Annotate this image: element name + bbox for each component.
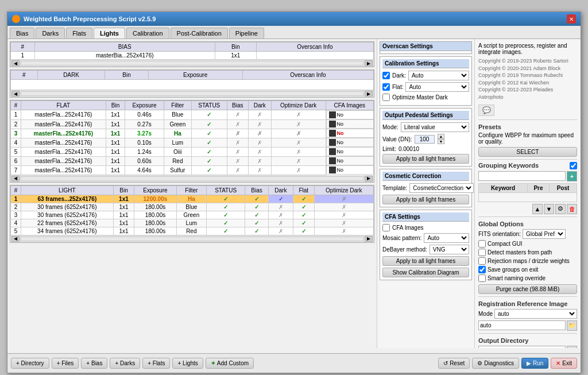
flat-row-2[interactable]: 2masterFla...252x4176)1x10.27sGreen ✓ ✗ …: [11, 119, 374, 129]
template-select[interactable]: CosmeticCorrection: [409, 183, 474, 193]
scroll-track[interactable]: [21, 61, 363, 65]
cfa-images-checkbox[interactable]: [382, 224, 390, 231]
lights-btn[interactable]: + Lights: [172, 358, 203, 369]
flat-scroll-track[interactable]: [21, 176, 363, 181]
bias-scrollbar[interactable]: ◀ ▶: [10, 60, 374, 67]
flat-row-1[interactable]: 1masterFla...252x4176)1x10.46sBlue ✓ ✗ ✗…: [11, 110, 374, 120]
output-browse-btn[interactable]: 📁: [567, 346, 577, 348]
bias-overscan: [256, 52, 373, 60]
value-input[interactable]: [415, 135, 435, 144]
bias-row[interactable]: 1 masterBia...252x4176) 1x1: [11, 52, 374, 60]
flat-row-3-selected[interactable]: 3masterFla...252x4176)1x13.27sHa ✓ ✗ ✗ ✗…: [11, 129, 374, 138]
directory-btn[interactable]: + Directory: [11, 358, 49, 369]
show-diagram-btn[interactable]: Show Calibration Diagram: [382, 268, 469, 277]
cosmetic-apply-btn[interactable]: Apply to all light frames: [382, 195, 469, 204]
flat-row-4[interactable]: 4masterFla...252x4176)1x10.10sLum ✓ ✗ ✗ …: [11, 138, 374, 147]
light-row-5[interactable]: 534 frames (6252x4176)1x1180.00sRed ✓ ✓ …: [11, 227, 374, 235]
tab-calibration[interactable]: Calibration: [126, 28, 169, 38]
chat-icon-button[interactable]: 💬: [478, 105, 494, 116]
flat-scroll-left[interactable]: ◀: [11, 176, 20, 181]
bias-btn[interactable]: + Bias: [81, 358, 107, 369]
mosaic-select[interactable]: Auto: [424, 233, 469, 243]
reg-auto-row: 📁: [478, 320, 577, 331]
debayer-select[interactable]: VNG: [430, 245, 469, 254]
light-scroll-left[interactable]: ◀: [11, 236, 20, 242]
flat-row-6[interactable]: 6masterFla...252x4176)1x10.60sRed ✓ ✗ ✗ …: [11, 156, 374, 165]
select-button[interactable]: SELECT: [478, 147, 577, 157]
dark-scroll-left[interactable]: ◀: [11, 91, 20, 96]
flat-row-5[interactable]: 5masterFla...252x4176)1x11.24sOiii ✓ ✗ ✗…: [11, 147, 374, 156]
reg-auto-input[interactable]: [478, 320, 566, 330]
fits-select[interactable]: Global Pref: [523, 229, 566, 239]
keyword-delete-btn[interactable]: 🗑: [567, 204, 577, 214]
reg-browse-btn[interactable]: 📁: [567, 320, 577, 331]
output-dir-title: Output Directory: [478, 337, 577, 344]
darks-btn[interactable]: + Darks: [110, 358, 140, 369]
spin-down[interactable]: ▼: [438, 139, 445, 144]
keyword-gear-btn[interactable]: ⚙: [555, 204, 566, 214]
reset-btn[interactable]: ↺ Reset: [438, 358, 470, 369]
dark-select[interactable]: Auto: [408, 71, 469, 80]
compact-gui-checkbox[interactable]: [478, 240, 486, 248]
title-bar-left: Weighted Batch Preprocessing Script v2.5…: [12, 15, 156, 23]
optimize-checkbox[interactable]: [382, 94, 390, 101]
keyword-down-btn[interactable]: ▼: [544, 204, 554, 214]
optimize-row: Optimize Master Dark: [382, 94, 469, 101]
diagnostics-btn[interactable]: ⚙ Diagnostics: [472, 358, 519, 369]
tab-bias[interactable]: Bias: [10, 28, 34, 38]
smart-naming-checkbox[interactable]: [478, 275, 486, 282]
tab-pipeline[interactable]: Pipeline: [229, 28, 264, 38]
light-col-name: LIGHT: [21, 185, 114, 195]
flats-btn[interactable]: + Flats: [142, 358, 170, 369]
light-scroll-track[interactable]: [21, 237, 363, 241]
light-row-1-selected[interactable]: 163 frames...252x4176)1x1 1200.00s Ha ✓ …: [11, 195, 374, 203]
grouping-checkbox[interactable]: [570, 162, 577, 169]
save-groups-checkbox[interactable]: [478, 266, 486, 273]
cosmetic-title: Cosmetic Correction: [382, 172, 469, 181]
flat-scroll-right[interactable]: ▶: [365, 176, 373, 181]
bias-table-container: # BIAS Bin Overscan Info 1 masterBia...2…: [10, 41, 374, 67]
cosmetic-section: Cosmetic Correction Template: CosmeticCo…: [380, 169, 472, 207]
dark-table-container: # DARK Bin Exposure Overscan Info ◀: [10, 69, 374, 98]
cfa-apply-btn[interactable]: Apply to all light frames: [382, 256, 469, 266]
light-row-4[interactable]: 422 frames (6252x4176)1x1180.00sLum ✓ ✓ …: [11, 219, 374, 227]
flat-checkbox[interactable]: [382, 83, 390, 91]
dark-scrollbar[interactable]: ◀ ▶: [10, 90, 374, 97]
light-scrollbar[interactable]: ◀ ▶: [10, 235, 374, 242]
tab-lights[interactable]: Lights: [94, 28, 125, 38]
files-btn[interactable]: + Files: [52, 358, 79, 369]
tab-post-calibration[interactable]: Post-Calibration: [171, 28, 228, 38]
flat-select[interactable]: Auto: [405, 82, 469, 92]
scroll-right[interactable]: ▶: [365, 60, 373, 66]
dark-checkbox[interactable]: [382, 72, 390, 79]
output-dir-input[interactable]: [478, 346, 566, 348]
light-row-2[interactable]: 230 frames (6252x4176)1x1180.00sBlue ✓ ✓…: [11, 203, 374, 211]
add-custom-btn[interactable]: ✦ Add Custom: [206, 358, 254, 369]
spin-up[interactable]: ▲: [438, 134, 445, 139]
window-title: Weighted Batch Preprocessing Script v2.5…: [24, 16, 156, 22]
mode-select[interactable]: Literal value: [401, 122, 469, 132]
light-row-3[interactable]: 330 frames (6252x4176)1x1180.00sGreen ✓ …: [11, 211, 374, 219]
rejection-maps-checkbox[interactable]: [478, 257, 486, 265]
scroll-left[interactable]: ◀: [11, 60, 20, 66]
pedestal-apply-btn[interactable]: Apply to all light frames: [382, 154, 469, 164]
reg-mode-select[interactable]: auto: [494, 309, 577, 319]
keyword-up-btn[interactable]: ▲: [532, 204, 543, 214]
tab-flats[interactable]: Flats: [66, 28, 92, 38]
detect-masters-checkbox[interactable]: [478, 249, 486, 256]
flat-scrollbar[interactable]: ◀ ▶: [10, 175, 374, 182]
optdark-cross: ✗: [296, 111, 301, 118]
run-btn[interactable]: ▶ Run: [521, 358, 548, 369]
dark-scroll-right[interactable]: ▶: [365, 91, 373, 96]
add-keyword-btn[interactable]: +: [567, 171, 577, 181]
divider-3: [478, 217, 577, 217]
light-scroll-right[interactable]: ▶: [365, 236, 373, 242]
keyword-input[interactable]: [478, 171, 566, 181]
tab-darks[interactable]: Darks: [36, 28, 65, 38]
purge-cache-btn[interactable]: Purge cache (98.88 MiB): [478, 284, 577, 294]
close-button[interactable]: ✕: [567, 14, 576, 24]
exit-btn[interactable]: ✕ Exit: [551, 358, 577, 369]
cfa-images-label: CFA Images: [392, 225, 423, 231]
dark-scroll-track[interactable]: [21, 91, 363, 96]
flat-row-7[interactable]: 7masterFla...252x4176)1x14.64sSulfur ✓ ✗…: [11, 165, 374, 175]
